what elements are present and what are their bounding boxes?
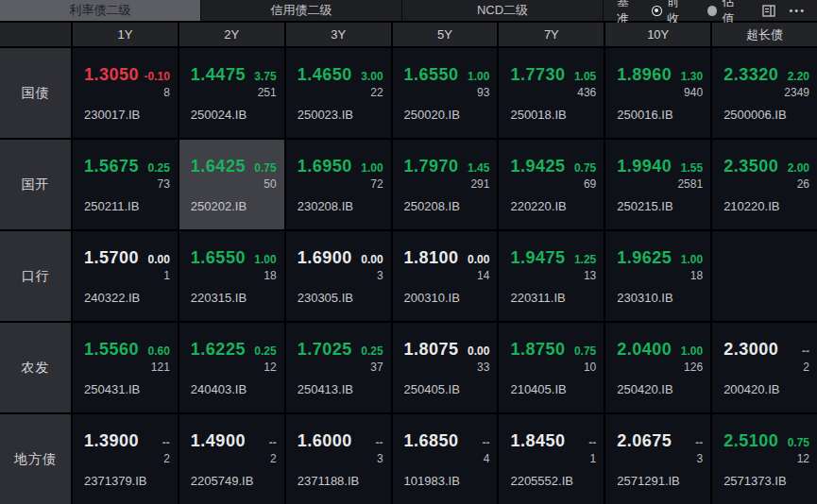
bond-code: 240403.IB [191, 382, 247, 396]
yield-value: 1.6900 [298, 248, 352, 268]
bond-cell-adbc-7y[interactable]: 1.87500.7510210405.IB [499, 323, 604, 412]
volume-value: 2 [803, 361, 809, 374]
yield-value: 1.4900 [191, 431, 246, 451]
column-header-2y: 2Y [179, 23, 284, 46]
bond-cell-adbc-1y[interactable]: 1.55600.60121250431.IB [73, 323, 178, 412]
change-value: -- [376, 436, 383, 449]
bond-cell-cdb-5y[interactable]: 1.79701.45291250208.IB [393, 140, 498, 229]
change-value: 0.00 [361, 253, 383, 266]
yield-value: 1.9625 [617, 248, 672, 268]
volume-value: 72 [370, 177, 383, 191]
change-value: 0.75 [254, 161, 276, 175]
change-value: -- [588, 436, 596, 449]
bond-terminal-window: 利率债二级信用债二级NCD二级 基准 前收估值 ••• 1Y2Y3Y5Y7Y10… [0, 0, 817, 504]
radio-prev-close-icon [652, 6, 662, 16]
volume-value: 26 [797, 177, 809, 191]
volume-value: 2349 [784, 86, 809, 99]
table-corner [0, 23, 71, 46]
column-header-10y: 10Y [605, 23, 710, 46]
bond-cell-treasury-5y[interactable]: 1.65501.0093250020.IB [393, 48, 498, 138]
bond-cell-cdb-7y[interactable]: 1.94250.7569220220.IB [499, 140, 604, 229]
row-label-exim: 口行 [0, 231, 71, 321]
bond-cell-treasury-3y[interactable]: 1.46503.0022250023.IB [286, 48, 391, 138]
bond-cell-cdb-2y[interactable]: 1.64250.7550250202.IB [179, 140, 284, 229]
volume-value: 33 [477, 361, 489, 374]
bond-cell-treasury-2y[interactable]: 1.44753.75251250024.IB [179, 48, 284, 138]
bond-cell-exim-1y[interactable]: 1.57000.001240322.IB [73, 231, 178, 321]
tab-ncd-secondary[interactable]: NCD二级 [402, 0, 604, 21]
bond-cell-adbc-10y[interactable]: 2.04001.00126250420.IB [605, 323, 710, 412]
bond-cell-exim-7y[interactable]: 1.94751.2513220311.IB [499, 231, 604, 321]
volume-value: 2 [163, 452, 170, 465]
bond-cell-cdb-ultra-long[interactable]: 2.35002.0026210220.IB [712, 140, 817, 229]
panel-layout-icon[interactable] [762, 5, 775, 17]
bond-cell-cdb-3y[interactable]: 1.69501.0072230208.IB [286, 140, 391, 229]
change-value: 0.25 [254, 344, 276, 358]
bond-cell-local-gov-5y[interactable]: 1.6850--4101983.IB [393, 414, 498, 504]
tab-interest-rate-bond-secondary[interactable]: 利率债二级 [0, 0, 201, 21]
bond-cell-local-gov-ultra-long[interactable]: 2.51000.75122571373.IB [712, 414, 817, 504]
bond-cell-treasury-ultra-long[interactable]: 2.33202.2023492500006.IB [712, 48, 817, 138]
bond-cell-adbc-ultra-long[interactable]: 2.3000--2200420.IB [712, 323, 817, 412]
yield-value: 1.7970 [404, 157, 459, 176]
volume-value: 10 [584, 361, 596, 374]
volume-value: 12 [797, 452, 809, 465]
bond-code: 250405.IB [404, 382, 460, 396]
bond-cell-exim-10y[interactable]: 1.96251.0018230310.IB [605, 231, 710, 321]
bond-code: 210220.IB [723, 199, 779, 213]
yield-value: 1.6550 [191, 248, 246, 268]
yield-value: 2.0675 [617, 431, 672, 451]
yield-value: 2.3000 [723, 340, 778, 360]
volume-value: 14 [477, 269, 489, 282]
bond-cell-exim-3y[interactable]: 1.69000.003230305.IB [286, 231, 391, 321]
more-icon[interactable]: ••• [789, 6, 806, 16]
yield-value: 1.3900 [84, 431, 139, 451]
volume-value: 37 [370, 361, 383, 374]
bond-cell-treasury-10y[interactable]: 1.89601.30940250016.IB [605, 48, 710, 138]
bond-cell-cdb-1y[interactable]: 1.56750.2573250211.IB [73, 140, 178, 229]
change-value: 1.05 [574, 70, 596, 83]
yield-value: 1.5560 [84, 340, 139, 360]
change-value: 1.45 [468, 161, 489, 175]
bond-cell-local-gov-10y[interactable]: 2.0675--32571291.IB [605, 414, 710, 504]
bond-cell-local-gov-3y[interactable]: 1.6000--32371188.IB [286, 414, 391, 504]
change-value: 1.25 [574, 253, 596, 266]
change-value: 0.25 [361, 344, 383, 358]
bond-cell-adbc-2y[interactable]: 1.62250.2512240403.IB [179, 323, 284, 412]
bond-code: 2205749.IB [191, 474, 254, 488]
yield-matrix-table: 1Y2Y3Y5Y7Y10Y超长债国债1.3050-0.108230017.IB1… [0, 23, 817, 504]
column-header-3y: 3Y [286, 23, 391, 46]
change-value: 1.55 [681, 161, 703, 175]
bond-cell-exim-2y[interactable]: 1.65501.0018220315.IB [179, 231, 284, 321]
volume-value: 121 [151, 361, 170, 374]
row-label-cdb: 国开 [0, 140, 71, 229]
radio-valuation-icon [707, 6, 718, 16]
bond-cell-exim-ultra-long[interactable] [712, 231, 817, 321]
bond-cell-local-gov-7y[interactable]: 1.8450--12205552.IB [499, 414, 604, 504]
yield-value: 1.8450 [510, 431, 565, 451]
bond-code: 210405.IB [510, 382, 566, 396]
bond-cell-treasury-1y[interactable]: 1.3050-0.108230017.IB [73, 48, 178, 138]
bond-code: 2500006.IB [723, 108, 787, 122]
bond-cell-cdb-10y[interactable]: 1.99401.552581250215.IB [605, 140, 710, 229]
bond-code: 250202.IB [191, 199, 247, 213]
bond-cell-treasury-7y[interactable]: 1.77301.05436250018.IB [499, 48, 604, 138]
bond-code: 230305.IB [298, 291, 353, 305]
yield-value: 1.3050 [84, 65, 139, 85]
bond-code: 2205552.IB [510, 474, 573, 488]
change-value: -- [802, 344, 809, 358]
yield-value: 1.5675 [84, 157, 139, 176]
yield-value: 2.3500 [723, 157, 778, 176]
bond-code: 101983.IB [404, 474, 460, 488]
bond-cell-local-gov-2y[interactable]: 1.4900--22205749.IB [179, 414, 284, 504]
column-header-ultra-long: 超长债 [712, 23, 817, 46]
volume-value: 73 [157, 177, 169, 191]
yield-value: 1.9940 [617, 157, 672, 176]
bond-cell-adbc-3y[interactable]: 1.70250.2537250413.IB [286, 323, 391, 412]
tab-credit-bond-secondary[interactable]: 信用债二级 [201, 0, 402, 21]
volume-value: 22 [370, 86, 383, 99]
bond-cell-local-gov-1y[interactable]: 1.3900--22371379.IB [73, 414, 178, 504]
bond-cell-exim-5y[interactable]: 1.81000.0014200310.IB [393, 231, 498, 321]
bond-cell-adbc-5y[interactable]: 1.80750.0033250405.IB [393, 323, 498, 412]
volume-value: 4 [484, 452, 490, 465]
